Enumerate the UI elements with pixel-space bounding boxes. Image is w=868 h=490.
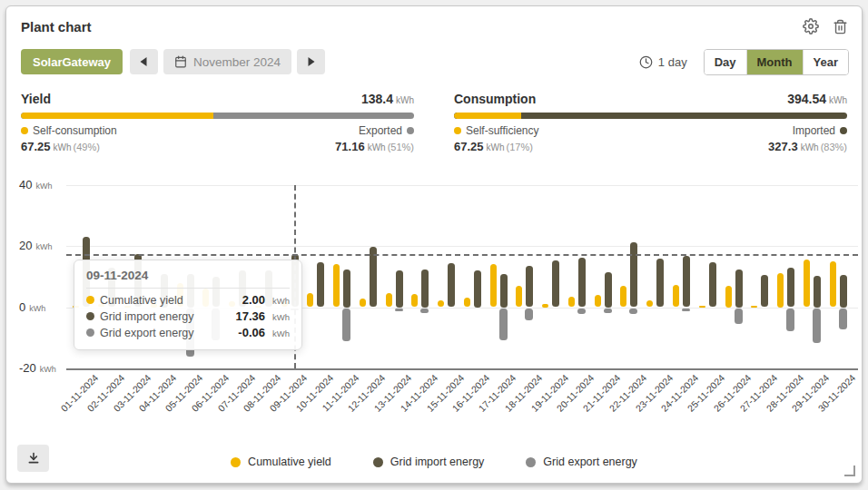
bar-export-22-11-2024[interactable] [629,309,637,315]
bar-yield-27-11-2024[interactable] [751,306,757,308]
bar-chart: 09-11-2024 Cumulative yield2.00kWhGrid i… [6,6,862,483]
bar-import-25-11-2024[interactable] [709,262,716,307]
tooltip-row: Cumulative yield2.00kWh [86,293,290,307]
bar-import-29-11-2024[interactable] [814,276,821,308]
bar-yield-25-11-2024[interactable] [699,306,705,308]
bar-import-21-11-2024[interactable] [605,272,612,308]
bar-import-30-11-2024[interactable] [840,275,847,308]
bar-import-22-11-2024[interactable] [630,242,637,307]
bar-yield-30-11-2024[interactable] [830,261,836,307]
gridline--20 [66,368,858,370]
y-axis-tick: 20kWh [19,239,64,252]
bar-export-18-11-2024[interactable] [525,309,533,320]
bar-export-24-11-2024[interactable] [682,309,690,311]
bar-yield-22-11-2024[interactable] [620,286,626,307]
bar-import-23-11-2024[interactable] [656,259,664,307]
bar-import-19-11-2024[interactable] [552,260,559,307]
bar-yield-16-11-2024[interactable] [464,298,470,307]
bar-export-29-11-2024[interactable] [813,309,821,343]
crosshair-horizontal [66,254,858,256]
bar-yield-23-11-2024[interactable] [646,300,653,307]
bar-yield-13-11-2024[interactable] [386,293,392,307]
bar-yield-26-11-2024[interactable] [725,286,732,308]
chart-legend: Cumulative yieldGrid import energyGrid e… [6,456,862,468]
resize-handle[interactable] [844,466,855,476]
gridline-20 [66,246,858,247]
bar-yield-12-11-2024[interactable] [360,299,366,307]
bar-export-28-11-2024[interactable] [786,309,794,332]
bar-import-11-11-2024[interactable] [343,270,350,308]
bar-yield-14-11-2024[interactable] [411,294,418,307]
bar-import-26-11-2024[interactable] [735,270,743,308]
bar-export-30-11-2024[interactable] [839,309,847,330]
bar-yield-11-11-2024[interactable] [333,264,340,307]
bar-yield-10-11-2024[interactable] [307,293,313,307]
bar-import-13-11-2024[interactable] [396,270,403,308]
y-axis-tick: 0kWh [19,300,64,314]
bar-import-17-11-2024[interactable] [500,274,508,308]
bar-import-27-11-2024[interactable] [761,275,768,307]
bar-export-26-11-2024[interactable] [735,309,743,325]
gridline-40 [66,185,858,186]
bar-export-14-11-2024[interactable] [420,309,429,313]
bar-import-14-11-2024[interactable] [421,270,429,308]
bar-yield-19-11-2024[interactable] [542,304,548,308]
chart-tooltip: 09-11-2024 Cumulative yield2.00kWhGrid i… [74,260,302,350]
bar-import-18-11-2024[interactable] [526,266,533,307]
bar-yield-24-11-2024[interactable] [673,285,679,307]
series-dot-icon [86,328,94,337]
bar-export-13-11-2024[interactable] [395,309,403,311]
tooltip-row: Grid import energy17.36kWh [86,309,290,323]
bar-import-24-11-2024[interactable] [683,256,690,307]
bar-export-17-11-2024[interactable] [499,309,508,340]
series-dot-icon [86,312,94,320]
bar-export-20-11-2024[interactable] [577,309,586,315]
legend-dot-icon [373,457,383,467]
legend-item-cumulative-yield[interactable]: Cumulative yield [231,456,331,468]
plant-chart-card: Plant chart SolarGateway November 2024 1… [5,5,863,484]
legend-item-grid-import-energy[interactable]: Grid import energy [373,456,485,468]
series-dot-icon [86,296,94,304]
bar-yield-17-11-2024[interactable] [490,264,497,307]
legend-item-grid-export-energy[interactable]: Grid export energy [526,456,637,468]
bar-yield-18-11-2024[interactable] [516,286,522,307]
bar-import-20-11-2024[interactable] [578,258,586,307]
bar-import-15-11-2024[interactable] [448,263,455,307]
legend-dot-icon [526,457,536,467]
bar-import-10-11-2024[interactable] [317,262,324,307]
bar-yield-29-11-2024[interactable] [804,260,810,307]
bar-import-28-11-2024[interactable] [787,268,794,308]
tooltip-date: 09-11-2024 [86,269,290,289]
bar-yield-28-11-2024[interactable] [777,273,784,308]
bar-import-12-11-2024[interactable] [370,247,377,307]
tooltip-row: Grid export energy-0.06kWh [86,326,290,339]
legend-dot-icon [231,457,241,467]
bar-export-11-11-2024[interactable] [342,309,350,341]
bar-yield-20-11-2024[interactable] [568,297,575,307]
bar-yield-15-11-2024[interactable] [438,300,444,307]
y-axis-tick: 40kWh [19,178,64,191]
y-axis-tick: -20kWh [19,361,64,375]
bar-yield-21-11-2024[interactable] [595,295,601,307]
bar-import-16-11-2024[interactable] [474,270,481,308]
bar-export-21-11-2024[interactable] [604,309,612,313]
